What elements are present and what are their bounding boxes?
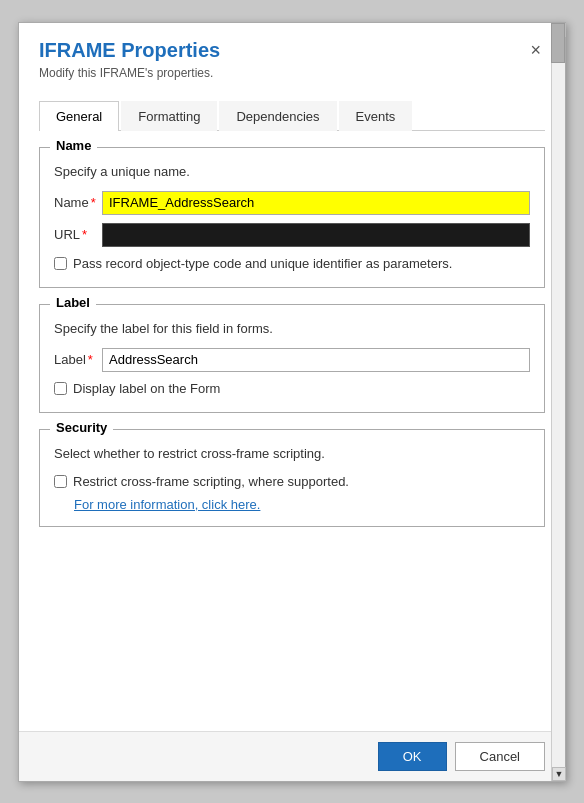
dialog-footer: OK Cancel xyxy=(19,731,565,781)
tab-dependencies[interactable]: Dependencies xyxy=(219,101,336,131)
tab-general[interactable]: General xyxy=(39,101,119,131)
scrollbar-down-arrow[interactable]: ▼ xyxy=(552,767,566,781)
security-section-description: Select whether to restrict cross-frame s… xyxy=(54,446,530,461)
label-section-legend: Label xyxy=(50,295,96,310)
url-required-star: * xyxy=(82,227,87,242)
scripting-checkbox-label: Restrict cross-frame scripting, where su… xyxy=(73,473,349,491)
display-label-checkbox[interactable] xyxy=(54,382,67,395)
url-label: URL* xyxy=(54,227,102,242)
scrollbar-thumb[interactable] xyxy=(551,23,565,63)
label-section: Label Specify the label for this field i… xyxy=(39,304,545,413)
security-section-legend: Security xyxy=(50,420,113,435)
params-checkbox[interactable] xyxy=(54,257,67,270)
name-required-star: * xyxy=(91,195,96,210)
more-info-link[interactable]: For more information, click here. xyxy=(74,497,260,512)
close-button[interactable]: × xyxy=(526,39,545,61)
dialog-title: IFRAME Properties xyxy=(39,39,220,62)
label-required-star: * xyxy=(88,352,93,367)
name-input[interactable] xyxy=(102,191,530,215)
display-label-checkbox-row: Display label on the Form xyxy=(54,380,530,398)
iframe-properties-dialog: IFRAME Properties Modify this IFRAME's p… xyxy=(18,22,566,782)
name-section-description: Specify a unique name. xyxy=(54,164,530,179)
security-section: Security Select whether to restrict cros… xyxy=(39,429,545,527)
scripting-checkbox-row: Restrict cross-frame scripting, where su… xyxy=(54,473,530,491)
scrollbar-track: ▲ ▼ xyxy=(551,23,565,781)
name-label: Name* xyxy=(54,195,102,210)
label-field-row: Label* xyxy=(54,348,530,372)
scripting-checkbox[interactable] xyxy=(54,475,67,488)
cancel-button[interactable]: Cancel xyxy=(455,742,545,771)
name-section: Name Specify a unique name. Name* URL* P… xyxy=(39,147,545,288)
dialog-subtitle: Modify this IFRAME's properties. xyxy=(39,66,220,80)
url-input[interactable] xyxy=(102,223,530,247)
dialog-body: Name Specify a unique name. Name* URL* P… xyxy=(19,131,565,731)
dialog-header: IFRAME Properties Modify this IFRAME's p… xyxy=(19,23,565,90)
tab-formatting[interactable]: Formatting xyxy=(121,101,217,131)
label-section-description: Specify the label for this field in form… xyxy=(54,321,530,336)
params-checkbox-label: Pass record object-type code and unique … xyxy=(73,255,452,273)
name-field-row: Name* xyxy=(54,191,530,215)
label-label: Label* xyxy=(54,352,102,367)
display-label-checkbox-label: Display label on the Form xyxy=(73,380,220,398)
ok-button[interactable]: OK xyxy=(378,742,447,771)
tab-bar: General Formatting Dependencies Events xyxy=(39,100,545,131)
url-field-row: URL* xyxy=(54,223,530,247)
tab-events[interactable]: Events xyxy=(339,101,413,131)
header-text: IFRAME Properties Modify this IFRAME's p… xyxy=(39,39,220,80)
name-section-legend: Name xyxy=(50,138,97,153)
params-checkbox-row: Pass record object-type code and unique … xyxy=(54,255,530,273)
label-input[interactable] xyxy=(102,348,530,372)
